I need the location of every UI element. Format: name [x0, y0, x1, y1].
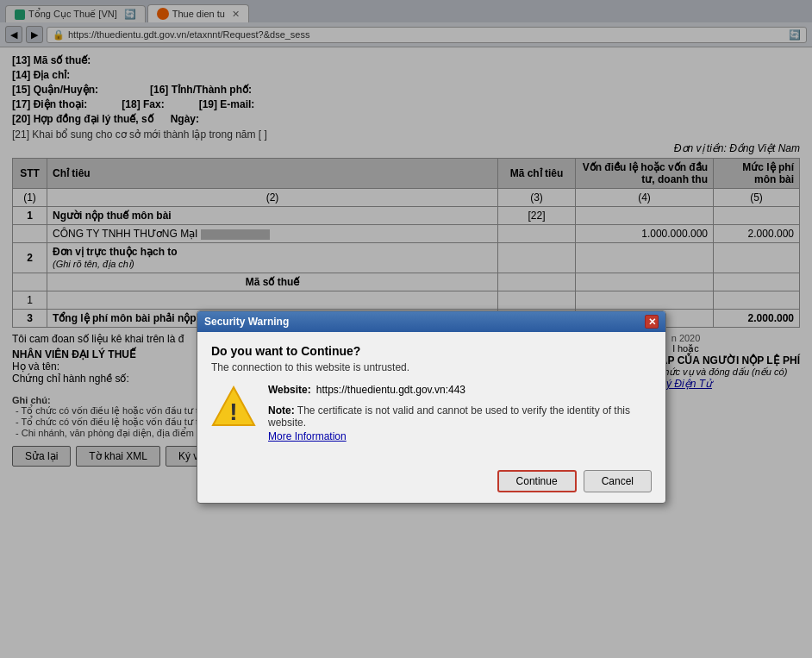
security-warning-modal: Security Warning ✕ Do you want to Contin… [197, 310, 666, 504]
note-text: The certificate is not valid and cannot … [268, 404, 630, 429]
modal-subtitle: The connection to this website is untrus… [211, 361, 652, 373]
modal-body: Do you want to Continue? The connection … [197, 332, 665, 463]
warning-icon: ! [211, 384, 256, 429]
continue-button[interactable]: Continue [497, 470, 577, 492]
modal-close-button[interactable]: ✕ [645, 315, 659, 329]
modal-titlebar: Security Warning ✕ [197, 311, 665, 332]
modal-buttons: Continue Cancel [197, 463, 665, 503]
website-label: Website: [268, 384, 311, 396]
note-label: Note: [268, 404, 295, 417]
modal-website-row: Website: https://thuedientu.gdt.gov.vn:4… [268, 384, 652, 396]
modal-details: Website: https://thuedientu.gdt.gov.vn:4… [268, 384, 652, 442]
modal-main-title: Do you want to Continue? [211, 344, 652, 358]
more-info-link[interactable]: More Information [268, 430, 652, 442]
modal-content-row: ! Website: https://thuedientu.gdt.gov.vn… [211, 384, 652, 442]
cancel-button[interactable]: Cancel [584, 470, 652, 492]
modal-title-bar-text: Security Warning [204, 316, 289, 328]
svg-text:!: ! [229, 398, 237, 425]
website-value: https://thuedientu.gdt.gov.vn:443 [316, 384, 465, 396]
modal-note-row: Note: The certificate is not valid and c… [268, 404, 652, 442]
